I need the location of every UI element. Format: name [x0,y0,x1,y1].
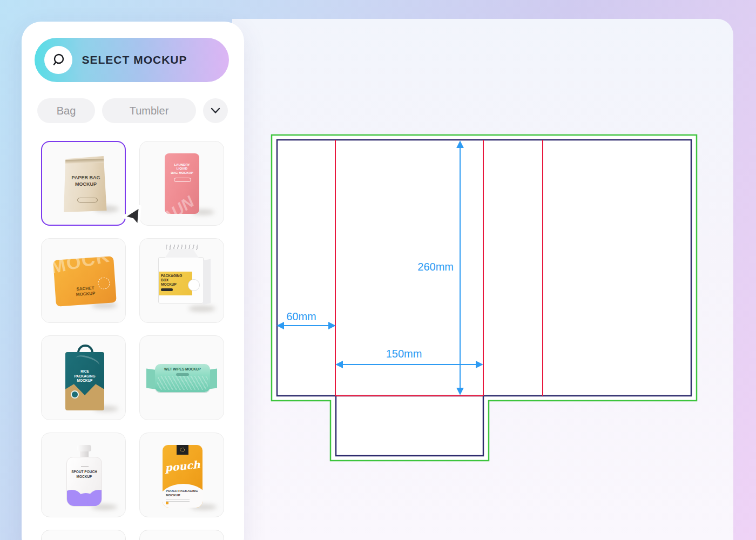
mockup-label: POUCH PACKAGING MOCKUP [166,489,200,497]
mockup-label: LAUNDRY LIQUID BAG MOCKUP [165,163,199,176]
filter-chip-tumbler[interactable]: Tumbler [102,98,196,123]
badge-circle [71,390,79,399]
pouch-thumbnail: pouch POUCH PACKAGING MOCKUP [163,445,202,508]
watermark-text: AUN [165,192,198,214]
mockup-card-laundry-bag[interactable]: LAUNDRY LIQUID BAG MOCKUP AUN [139,141,224,226]
mockup-label: PAPER BAG MOCKUP [64,175,108,187]
watermark-text: MOCK [53,256,112,278]
mockup-label: RICE PACKAGING MOCKUP [65,369,104,382]
paper-bag-thumbnail: PAPER BAG MOCKUP [64,156,108,212]
select-mockup-button[interactable]: SELECT MOCKUP [35,38,229,82]
badge-square [177,445,188,455]
mockup-card-partial[interactable] [139,530,224,540]
mockup-card-paper-bag[interactable]: PAPER BAG MOCKUP [41,141,126,226]
spout-pouch-thumbnail: SPOUT POUCH MOCKUP [66,457,102,507]
mockup-label: SPOUT POUCH MOCKUP [67,470,102,478]
badge-circle [188,279,200,291]
filter-chips: Bag Tumbler [37,98,228,123]
mouse-cursor [120,203,148,231]
select-mockup-label: SELECT MOCKUP [72,53,197,66]
pouch-cap [77,445,91,451]
mockup-card-spout-pouch[interactable]: SPOUT POUCH MOCKUP [41,433,126,517]
mockup-card-rice-packaging[interactable]: RICE PACKAGING MOCKUP [41,335,126,420]
mockup-sidebar: SELECT MOCKUP Bag Tumbler PAPER BAG MOCK… [22,22,244,540]
mockup-card-pouch-packaging[interactable]: pouch POUCH PACKAGING MOCKUP [139,433,224,517]
mockup-card-sachet[interactable]: MOCK SACHET MOCKUP [41,238,126,323]
search-icon [44,46,72,74]
wet-wipes-thumbnail: WET WIPES MOCKUP [155,364,210,392]
laundry-bag-thumbnail: LAUNDRY LIQUID BAG MOCKUP AUN [165,153,199,214]
app-background: 260mm 60mm 150mm SELECT MOCKUP Bag Tumbl… [0,0,756,540]
mockup-card-partial[interactable] [41,530,126,540]
rice-bag-thumbnail: RICE PACKAGING MOCKUP [65,352,104,410]
watermark-text: pouch [163,458,202,474]
packaging-box-thumbnail: PACKAGING BOX MOCKUP [158,257,204,303]
mockup-card-packaging-box[interactable]: PACKAGING BOX MOCKUP [139,238,224,323]
chevron-down-icon [211,107,220,114]
pouch-cap [80,451,89,457]
filter-chip-bag[interactable]: Bag [37,98,95,123]
filter-expand-button[interactable] [203,98,228,123]
mockup-grid: PAPER BAG MOCKUP LAUNDRY LIQUID BAG MOCK… [41,141,225,540]
design-canvas[interactable] [232,19,733,540]
mockup-card-wet-wipes[interactable]: WET WIPES MOCKUP [139,335,224,420]
sachet-thumbnail: MOCK SACHET MOCKUP [53,256,117,307]
mockup-label: WET WIPES MOCKUP [155,367,210,372]
mockup-label: PACKAGING BOX MOCKUP [161,274,190,287]
